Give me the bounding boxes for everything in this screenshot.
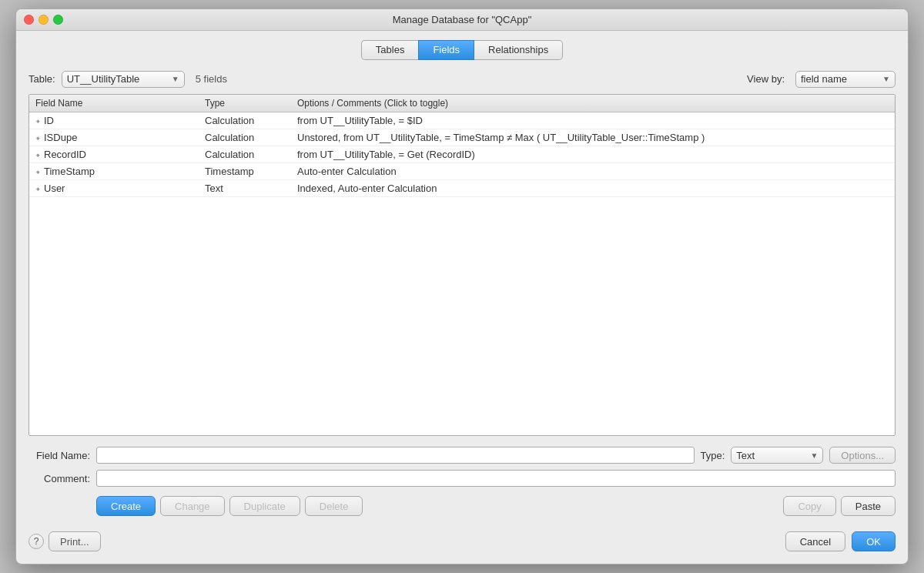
field-count: 5 fields (196, 73, 227, 85)
window-body: Tables Fields Relationships Table: UT__U… (16, 31, 908, 565)
table-select-arrow: ▼ (172, 75, 179, 83)
field-options-timestamp: Auto-enter Calculation (291, 163, 895, 179)
traffic-lights (24, 15, 63, 25)
drag-handle-icon: ⬥ (35, 149, 41, 159)
toolbar-row: Table: UT__UtilityTable ▼ 5 fields View … (28, 71, 896, 88)
field-options-isdupe: Unstored, from UT__UtilityTable, = TimeS… (291, 129, 895, 146)
tab-bar: Tables Fields Relationships (28, 40, 896, 60)
field-type-recordid: Calculation (199, 146, 291, 163)
type-selector-arrow: ▼ (810, 451, 818, 460)
view-by-label: View by: (747, 73, 785, 85)
maximize-button[interactable] (53, 15, 63, 25)
comment-row: Comment: (28, 470, 896, 487)
field-type-timestamp: Timestamp (199, 163, 291, 179)
table-header-row: Field Name Type Options / Comments (Clic… (29, 95, 895, 112)
bottom-form: Field Name: Type: Text ▼ Options... Comm… (28, 447, 896, 522)
window-title: Manage Database for "QCApp" (393, 14, 532, 25)
minimize-button[interactable] (38, 15, 49, 25)
table-select-value: UT__UtilityTable (67, 73, 169, 85)
drag-handle-icon: ⬥ (35, 166, 41, 176)
print-button[interactable]: Print... (49, 531, 101, 551)
action-buttons-left: Create Change Duplicate Delete (96, 496, 363, 516)
field-options-id: from UT__UtilityTable, = $ID (291, 112, 895, 129)
copy-button[interactable]: Copy (783, 496, 835, 516)
type-selector-value: Text (736, 450, 807, 461)
field-options-user: Indexed, Auto-enter Calculation (291, 179, 895, 196)
field-name-isdupe: ISDupe (44, 132, 77, 143)
drag-handle-icon: ⬥ (35, 132, 41, 142)
type-selector-dropdown[interactable]: Text ▼ (731, 447, 823, 464)
tab-fields[interactable]: Fields (418, 40, 474, 60)
table-dropdown[interactable]: UT__UtilityTable ▼ (62, 71, 185, 88)
col-header-type[interactable]: Type (199, 95, 291, 112)
delete-button[interactable]: Delete (305, 496, 363, 516)
footer-row: ? Print... Cancel OK (28, 531, 896, 551)
fields-table: Field Name Type Options / Comments (Clic… (29, 95, 895, 436)
cancel-button[interactable]: Cancel (785, 531, 845, 551)
field-name-id: ID (44, 115, 54, 126)
duplicate-button[interactable]: Duplicate (229, 496, 300, 516)
tab-tables[interactable]: Tables (361, 40, 419, 60)
title-bar: Manage Database for "QCApp" (16, 9, 908, 31)
action-buttons-right: Copy Paste (783, 496, 896, 516)
field-type-isdupe: Calculation (199, 129, 291, 146)
main-window: Manage Database for "QCApp" Tables Field… (15, 8, 909, 565)
change-button[interactable]: Change (160, 496, 225, 516)
comment-input[interactable] (96, 470, 896, 487)
drag-handle-icon: ⬥ (35, 116, 41, 125)
table-label: Table: (28, 73, 55, 85)
view-by-dropdown[interactable]: field name ▼ (795, 71, 896, 88)
view-by-arrow: ▼ (882, 75, 890, 83)
field-options-recordid: from UT__UtilityTable, = Get (RecordID) (291, 146, 895, 163)
field-name-form-label: Field Name: (28, 450, 96, 461)
table-row[interactable]: ⬥ TimeStamp Timestamp Auto-enter Calcula… (29, 163, 895, 179)
tab-relationships[interactable]: Relationships (474, 40, 563, 60)
field-name-user: User (44, 183, 65, 194)
create-button[interactable]: Create (96, 496, 156, 516)
options-button[interactable]: Options... (829, 447, 896, 464)
table-row[interactable]: ⬥ RecordID Calculation from UT__UtilityT… (29, 146, 895, 163)
empty-row (29, 196, 895, 435)
col-header-options[interactable]: Options / Comments (Click to toggle) (291, 95, 895, 112)
table-row[interactable]: ⬥ ID Calculation from UT__UtilityTable, … (29, 112, 895, 129)
field-type-id: Calculation (199, 112, 291, 129)
field-name-input[interactable] (96, 447, 695, 464)
paste-button[interactable]: Paste (841, 496, 896, 516)
field-type-user: Text (199, 179, 291, 196)
view-by-value: field name (801, 73, 879, 85)
field-name-row: Field Name: Type: Text ▼ Options... (28, 447, 896, 464)
button-row: Create Change Duplicate Delete Copy Past… (28, 493, 896, 516)
fields-table-container: Field Name Type Options / Comments (Clic… (28, 94, 896, 437)
table-row[interactable]: ⬥ User Text Indexed, Auto-enter Calculat… (29, 179, 895, 196)
type-form-label: Type: (701, 450, 725, 461)
drag-handle-icon: ⬥ (35, 183, 41, 193)
table-row[interactable]: ⬥ ISDupe Calculation Unstored, from UT__… (29, 129, 895, 146)
help-button[interactable]: ? (28, 534, 44, 549)
ok-button[interactable]: OK (852, 531, 896, 551)
field-name-recordid: RecordID (44, 149, 86, 160)
footer-buttons-right: Cancel OK (785, 531, 896, 551)
col-header-field-name[interactable]: Field Name (29, 95, 199, 112)
field-name-timestamp: TimeStamp (44, 166, 95, 177)
close-button[interactable] (24, 15, 34, 25)
comment-form-label: Comment: (28, 473, 96, 484)
